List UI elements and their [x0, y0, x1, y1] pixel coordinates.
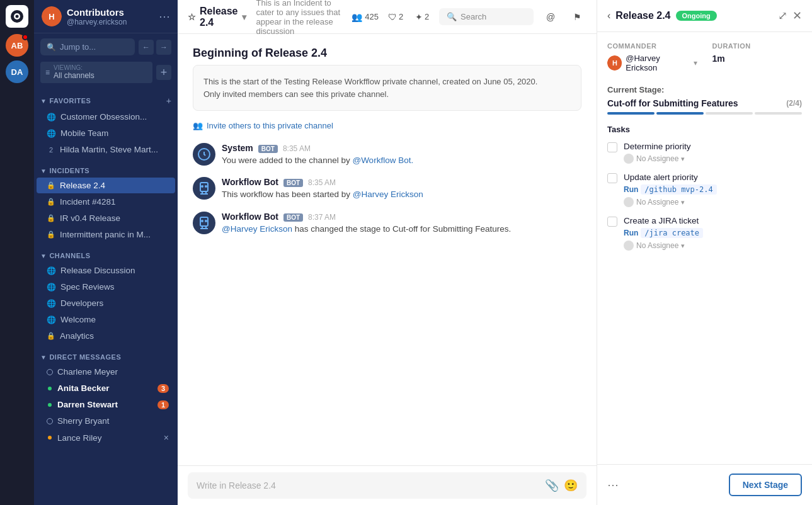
sidebar-dm-lance-riley[interactable]: Lance Riley × [37, 429, 175, 446]
emoji-icon[interactable]: 🙂 [564, 479, 578, 492]
status-indicator [47, 402, 53, 408]
viewing-value: All channels [54, 71, 94, 80]
svg-point-8 [202, 220, 203, 222]
duration-label: Duration [712, 42, 803, 50]
viewing-bar: ≡ VIEWING: All channels + [34, 60, 178, 88]
search-bar[interactable]: 🔍 Search [439, 8, 534, 25]
dm-title[interactable]: ▼ DIRECT MESSAGES [40, 353, 121, 361]
filter-icon: ≡ [45, 68, 50, 77]
jump-input-wrapper[interactable]: 🔍 Jump to... [40, 38, 135, 55]
assignee-chevron: ▾ [681, 242, 685, 250]
message-text: This workflow has been started by @Harve… [222, 188, 581, 201]
stage-counter: (2/4) [786, 99, 802, 108]
user-avatar-da[interactable]: DA [6, 60, 28, 83]
incidents-title[interactable]: ▼ INCIDENTS [40, 167, 89, 174]
sidebar-item-spec-reviews[interactable]: 🌐 Spec Reviews [37, 279, 175, 295]
workflow-bot-avatar2 [193, 212, 215, 234]
sidebar-item-customer-obsession[interactable]: 🌐 Customer Obsession... [37, 109, 175, 125]
attachment-icon[interactable]: 📎 [545, 479, 559, 492]
app-logo[interactable] [6, 5, 28, 28]
task-content: Determine priority No Assignee ▾ [624, 142, 802, 164]
bot-badge: BOT [283, 179, 303, 187]
run-code: /jira create [641, 228, 703, 238]
task-title: Create a JIRA ticket [624, 216, 802, 225]
svg-point-6 [205, 186, 207, 187]
sidebar-item-welcome[interactable]: 🌐 Welcome [37, 312, 175, 327]
next-stage-button[interactable]: Next Stage [729, 474, 802, 496]
flag-button[interactable]: ⚑ [568, 8, 586, 26]
expand-button[interactable]: ⤢ [778, 9, 787, 23]
viewing-label: VIEWING: [54, 65, 94, 71]
sidebar-item-intermittent-panic[interactable]: 🔒 Intermittent panic in M... [37, 227, 175, 242]
svg-point-5 [202, 186, 203, 187]
sidebar-item-analytics[interactable]: 🔒 Analytics [37, 328, 175, 344]
status-indicator [47, 385, 53, 392]
at-button[interactable]: @ [541, 8, 560, 26]
assignee-chevron: ▾ [681, 155, 685, 163]
user-avatar-ab[interactable]: AB [6, 34, 28, 57]
sidebar-dm-charlene-meyer[interactable]: Charlene Meyer [37, 364, 175, 380]
team-name[interactable]: Contributors [67, 7, 154, 18]
chat-input[interactable] [197, 480, 540, 491]
add-channel-button[interactable]: + [156, 65, 171, 80]
close-panel-button[interactable]: ✕ [792, 9, 802, 23]
commander-name[interactable]: @Harvey Erickson ▾ [626, 54, 697, 72]
incidents-section: ▼ INCIDENTS 🔒 Release 2.4 🔒 Incident #42… [34, 159, 178, 244]
commander-col: Commander H @Harvey Erickson ▾ [607, 42, 697, 72]
task-assignee[interactable]: No Assignee ▾ [624, 197, 802, 207]
jump-placeholder: Jump to... [60, 42, 96, 52]
sidebar-item-ir-v04[interactable]: 🔒 IR v0.4 Release [37, 210, 175, 226]
tasks-section: Tasks Determine priority No Assignee ▾ [607, 125, 802, 251]
close-dm-icon[interactable]: × [164, 433, 169, 443]
task-assignee[interactable]: No Assignee ▾ [624, 241, 802, 251]
shield-button[interactable]: 🛡 2 [386, 8, 405, 26]
sender-name: Workflow Bot [222, 177, 278, 187]
message-text: You were added to the channel by @Workfl… [222, 154, 581, 167]
channel-title[interactable]: ☆ Release 2.4 ▾ [188, 6, 246, 28]
favorites-more[interactable]: + [166, 96, 171, 106]
back-button[interactable]: ‹ [607, 10, 610, 21]
task-checkbox[interactable] [607, 217, 617, 227]
task-checkbox[interactable] [607, 173, 617, 183]
chat-input-bar: 📎 🙂 [178, 465, 597, 505]
lock-icon: 🔒 [47, 214, 55, 222]
sidebar-item-hilda-martin[interactable]: 2 Hilda Martin, Steve Mart... [37, 142, 175, 157]
chat-area: Beginning of Release 2.4 This is the sta… [178, 34, 597, 465]
back-button[interactable]: ← [139, 40, 154, 55]
sidebar-item-release-discussion[interactable]: 🌐 Release Discussion [37, 263, 175, 278]
message-header: Workflow Bot BOT 8:35 AM [222, 177, 581, 187]
sidebar-item-mobile-team[interactable]: 🌐 Mobile Team [37, 125, 175, 141]
channels-title[interactable]: ▼ CHANNELS [40, 252, 91, 259]
favorites-title[interactable]: ▼ FAVORITES [40, 97, 91, 105]
task-content: Create a JIRA ticket Run /jira create No… [624, 216, 802, 251]
commander-label: Commander [607, 42, 697, 50]
members-count[interactable]: 👥 425 [352, 12, 379, 22]
sidebar-item-incident-4281[interactable]: 🔒 Incident #4281 [37, 194, 175, 210]
task-item: Determine priority No Assignee ▾ [607, 142, 802, 164]
incident-title: Release 2.4 [615, 10, 670, 21]
assignee-dot [624, 241, 634, 251]
harvey-link2[interactable]: @Harvey Erickson [222, 224, 292, 234]
sidebar-more-button[interactable]: ⋯ [159, 9, 170, 23]
favorites-section: ▼ FAVORITES + 🌐 Customer Obsession... 🌐 … [34, 88, 178, 159]
harvey-link[interactable]: @Harvey Erickson [353, 190, 423, 199]
workflow-bot-link[interactable]: @Workflow Bot. [352, 156, 413, 165]
sidebar-dm-darren-stewart[interactable]: Darren Stewart 1 [37, 397, 175, 412]
commander-duration-row: Commander H @Harvey Erickson ▾ Duration … [607, 42, 802, 72]
invite-link[interactable]: 👥 Invite others to this private channel [193, 121, 581, 130]
task-checkbox[interactable] [607, 142, 617, 152]
sidebar-dm-anita-becker[interactable]: Anita Becker 3 [37, 380, 175, 396]
viewing-selector[interactable]: ≡ VIEWING: All channels [40, 62, 152, 83]
run-label[interactable]: Run [624, 229, 638, 237]
sidebar-item-developers[interactable]: 🌐 Developers [37, 295, 175, 311]
star-button[interactable]: ✦ 2 [413, 8, 432, 26]
channel-dropdown-icon[interactable]: ▾ [242, 12, 246, 22]
more-options-button[interactable]: ⋯ [607, 478, 619, 492]
task-assignee[interactable]: No Assignee ▾ [624, 154, 802, 164]
favorites-header: ▼ FAVORITES + [34, 93, 178, 108]
sidebar-dm-sherry-bryant[interactable]: Sherry Bryant [37, 413, 175, 429]
run-label[interactable]: Run [624, 185, 638, 194]
sidebar-item-release-2-4[interactable]: 🔒 Release 2.4 [37, 178, 175, 193]
team-info: Contributors @harvey.erickson [67, 7, 154, 26]
forward-button[interactable]: → [156, 40, 171, 55]
